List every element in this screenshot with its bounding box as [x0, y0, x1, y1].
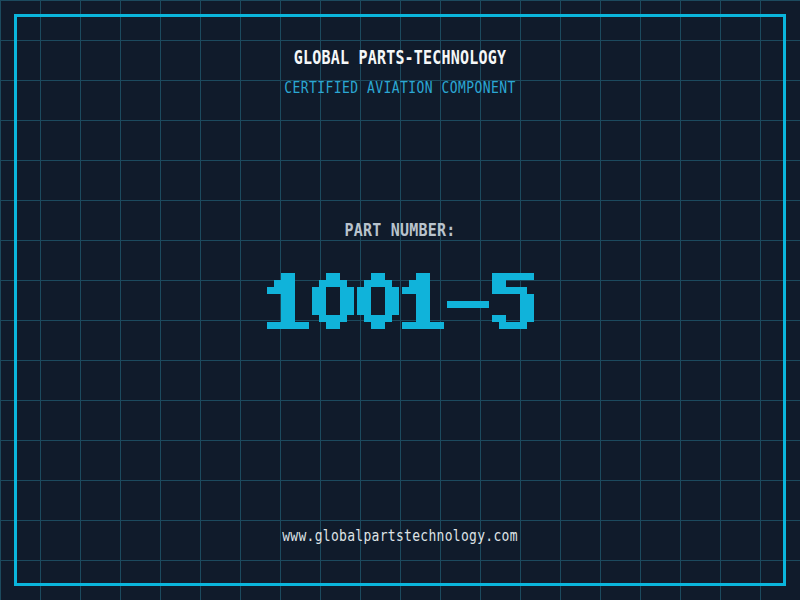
label-screen: GLOBAL PARTS-TECHNOLOGY CERTIFIED AVIATI… [0, 0, 800, 600]
page-title: GLOBAL PARTS-TECHNOLOGY [0, 47, 800, 70]
part-number-digit [267, 273, 309, 329]
part-number-value [0, 273, 800, 329]
footer-website: www.globalpartstechnology.com [0, 526, 800, 545]
part-number-digit [312, 273, 354, 329]
part-number-digit [492, 273, 534, 329]
part-number-digit [357, 273, 399, 329]
part-number-digit [402, 273, 444, 329]
part-number-label: PART NUMBER: [0, 219, 800, 241]
page-subtitle: CERTIFIED AVIATION COMPONENT [0, 78, 800, 97]
part-number-digit [447, 273, 489, 329]
